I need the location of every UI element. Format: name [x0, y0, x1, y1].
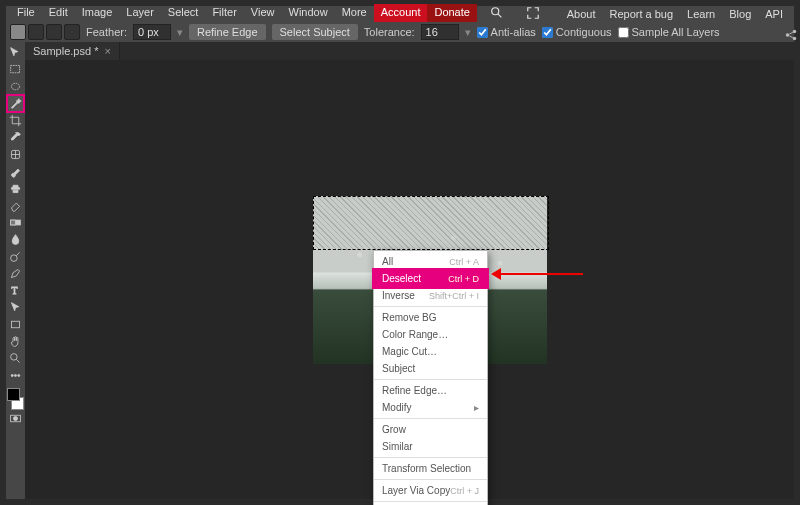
svg-point-22: [13, 416, 17, 420]
svg-text:T: T: [11, 285, 17, 296]
tool-text[interactable]: T: [7, 282, 24, 299]
ctx-item-inverse[interactable]: InverseShift+Ctrl + I: [374, 287, 487, 304]
tolerance-label: Tolerance:: [364, 26, 415, 38]
sample-all-layers-checkbox[interactable]: Sample All Layers: [618, 26, 720, 38]
menu-about[interactable]: About: [560, 6, 603, 22]
ctx-item-transform-selection[interactable]: Transform Selection: [374, 460, 487, 477]
tool-crop[interactable]: [7, 112, 24, 129]
tool-pen[interactable]: [7, 265, 24, 282]
tool-gradient[interactable]: [7, 214, 24, 231]
menu-more[interactable]: More: [335, 4, 374, 24]
chevron-right-icon: ▸: [474, 402, 479, 413]
svg-line-17: [16, 359, 19, 362]
tool-zoom[interactable]: [7, 350, 24, 367]
menu-learn[interactable]: Learn: [680, 6, 722, 22]
tool-hand[interactable]: [7, 333, 24, 350]
tool-path-select[interactable]: [7, 299, 24, 316]
feather-input[interactable]: 0 px: [133, 24, 171, 40]
svg-point-12: [11, 255, 18, 262]
select-subject-button[interactable]: Select Subject: [272, 24, 358, 40]
tool-eyedropper[interactable]: [7, 129, 24, 146]
ctx-item-label: Grow: [382, 424, 406, 435]
app-frame: File Edit Image Layer Select Filter View…: [0, 0, 800, 505]
tool-move[interactable]: [7, 44, 24, 61]
selmode-new-icon[interactable]: [10, 24, 26, 40]
ctx-item-label: Layer Via Copy: [382, 485, 450, 496]
menu-filter[interactable]: Filter: [205, 4, 243, 24]
tool-patch[interactable]: [7, 146, 24, 163]
tolerance-input[interactable]: 16: [421, 24, 459, 40]
selection-mode-swatches[interactable]: [10, 24, 80, 40]
contiguous-checkbox[interactable]: Contiguous: [542, 26, 612, 38]
ctx-item-shortcut: Ctrl + J: [450, 486, 479, 496]
ctx-item-shortcut: Ctrl + A: [449, 257, 479, 267]
ctx-item-grow[interactable]: Grow: [374, 421, 487, 438]
menu-window[interactable]: Window: [282, 4, 335, 24]
menu-file[interactable]: File: [10, 4, 42, 24]
tool-blur[interactable]: [7, 231, 24, 248]
svg-line-1: [498, 14, 502, 18]
menubar-right: About Report a bug Learn Blog API: [560, 6, 790, 22]
menu-blog[interactable]: Blog: [722, 6, 758, 22]
menu-donate[interactable]: Donate: [427, 4, 476, 24]
ctx-item-magic-cut-[interactable]: Magic Cut…: [374, 343, 487, 360]
menu-select[interactable]: Select: [161, 4, 206, 24]
menu-layer[interactable]: Layer: [119, 4, 161, 24]
antialias-checkbox[interactable]: Anti-alias: [477, 26, 536, 38]
annotation-arrow: [493, 273, 583, 275]
selmode-intersect-icon[interactable]: [64, 24, 80, 40]
ctx-item-label: Modify: [382, 402, 411, 413]
tool-magic-wand[interactable]: [7, 95, 24, 112]
fullscreen-icon[interactable]: [519, 4, 547, 24]
ctx-item-deselect[interactable]: DeselectCtrl + D: [374, 270, 487, 287]
ctx-item-label: Subject: [382, 363, 415, 374]
ctx-item-subject[interactable]: Subject: [374, 360, 487, 377]
menu-report-bug[interactable]: Report a bug: [602, 6, 680, 22]
foreground-color-swatch[interactable]: [7, 388, 20, 401]
tool-brush[interactable]: [7, 163, 24, 180]
menu-api[interactable]: API: [758, 6, 790, 22]
svg-line-13: [16, 252, 19, 255]
refine-edge-button[interactable]: Refine Edge: [189, 24, 266, 40]
menu-image[interactable]: Image: [75, 4, 120, 24]
menu-edit[interactable]: Edit: [42, 4, 75, 24]
menu-account[interactable]: Account: [374, 4, 428, 24]
tool-marquee-rect[interactable]: [7, 61, 24, 78]
document-tab[interactable]: Sample.psd * ×: [25, 42, 120, 60]
ctx-item-label: Transform Selection: [382, 463, 471, 474]
document-tabstrip: Sample.psd * ×: [25, 42, 120, 60]
color-swatch[interactable]: [7, 388, 24, 410]
share-icon[interactable]: [784, 28, 798, 42]
canvas-viewport[interactable]: AllCtrl + ADeselectCtrl + DInverseShift+…: [25, 60, 794, 499]
ctx-item-similar[interactable]: Similar: [374, 438, 487, 455]
svg-rect-11: [11, 220, 16, 225]
tool-more[interactable]: [7, 367, 24, 384]
tool-clone[interactable]: [7, 180, 24, 197]
svg-point-20: [18, 374, 20, 376]
menubar-left: File Edit Image Layer Select Filter View…: [10, 4, 547, 24]
ctx-item-label: All: [382, 256, 393, 267]
tool-dodge[interactable]: [7, 248, 24, 265]
tool-marquee-ellipse[interactable]: [7, 78, 24, 95]
selmode-add-icon[interactable]: [28, 24, 44, 40]
quick-mask-toggle[interactable]: [7, 410, 24, 427]
selmode-subtract-icon[interactable]: [46, 24, 62, 40]
svg-point-19: [14, 374, 16, 376]
ctx-item-modify[interactable]: Modify▸: [374, 399, 487, 416]
ctx-item-label: Color Range…: [382, 329, 448, 340]
ctx-item-refine-edge-[interactable]: Refine Edge…: [374, 382, 487, 399]
ctx-item-shortcut: Ctrl + D: [448, 274, 479, 284]
ctx-item-all[interactable]: AllCtrl + A: [374, 253, 487, 270]
tool-eraser[interactable]: [7, 197, 24, 214]
menubar-icons: [483, 4, 547, 24]
document-tab-label: Sample.psd *: [33, 45, 98, 57]
feather-label: Feather:: [86, 26, 127, 38]
ctx-item-layer-via-copy[interactable]: Layer Via CopyCtrl + J: [374, 482, 487, 499]
ctx-item-shortcut: Shift+Ctrl + I: [429, 291, 479, 301]
ctx-item-color-range-[interactable]: Color Range…: [374, 326, 487, 343]
menu-view[interactable]: View: [244, 4, 282, 24]
close-icon[interactable]: ×: [104, 45, 110, 57]
tool-shape-rect[interactable]: [7, 316, 24, 333]
ctx-item-remove-bg[interactable]: Remove BG: [374, 309, 487, 326]
search-icon[interactable]: [483, 4, 511, 24]
